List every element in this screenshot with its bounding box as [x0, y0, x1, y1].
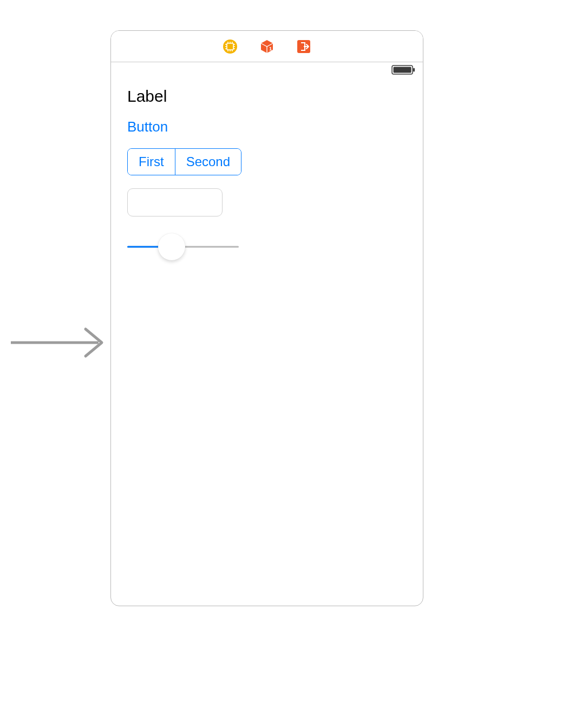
- svg-text:1: 1: [269, 46, 272, 51]
- exit-icon[interactable]: [296, 39, 311, 54]
- text-field[interactable]: [127, 188, 223, 216]
- chip-icon[interactable]: [223, 39, 238, 54]
- cube-icon[interactable]: 1: [259, 39, 275, 54]
- ui-button[interactable]: Button: [127, 119, 168, 135]
- pointer-arrow: [11, 324, 108, 362]
- slider[interactable]: [127, 233, 239, 261]
- segment-first[interactable]: First: [128, 149, 175, 175]
- svg-rect-22: [413, 68, 415, 72]
- simulator-window: 1 Label Button First Second: [110, 30, 423, 606]
- svg-point-1: [223, 40, 237, 54]
- simulator-toolbar: 1: [111, 31, 423, 62]
- segment-second[interactable]: Second: [175, 149, 241, 175]
- content-area: Label Button First Second: [111, 75, 423, 273]
- status-bar: [111, 62, 423, 75]
- battery-icon: [391, 65, 415, 75]
- segmented-control[interactable]: First Second: [127, 148, 241, 175]
- arrow-right-icon: [11, 324, 108, 362]
- svg-rect-21: [394, 67, 411, 73]
- slider-thumb[interactable]: [158, 233, 185, 260]
- ui-label: Label: [127, 87, 167, 106]
